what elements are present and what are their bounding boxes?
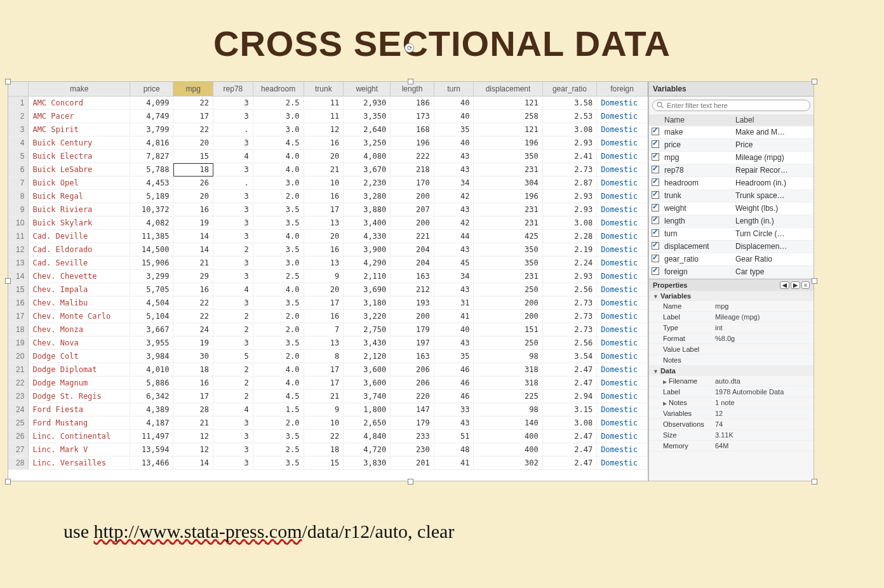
cell-displacement[interactable]: 318: [474, 377, 542, 390]
cell-foreign[interactable]: Domestic: [597, 97, 648, 110]
table-row[interactable]: 22Dodge Magnum5,8861624.0173,60020646318…: [8, 377, 648, 390]
cell-length[interactable]: 163: [391, 270, 434, 283]
cell-length[interactable]: 206: [391, 377, 434, 390]
cell-turn[interactable]: 40: [434, 110, 474, 123]
variable-row-length[interactable]: lengthLength (in.): [649, 215, 814, 228]
cell-headroom[interactable]: 2.0: [253, 350, 304, 363]
variable-row-weight[interactable]: weightWeight (lbs.): [649, 203, 814, 215]
cell-trunk[interactable]: 17: [304, 297, 344, 310]
row-number[interactable]: 20: [8, 350, 29, 363]
property-row[interactable]: Value Label: [649, 344, 814, 355]
cell-rep78[interactable]: 2: [213, 390, 253, 403]
variable-row-foreign[interactable]: foreignCar type: [649, 266, 814, 279]
variables-list[interactable]: makeMake and M…pricePricempgMileage (mpg…: [649, 126, 814, 279]
cell-make[interactable]: Cad. Seville: [29, 257, 130, 270]
cell-weight[interactable]: 3,280: [344, 190, 391, 203]
cell-displacement[interactable]: 231: [474, 163, 542, 177]
cell-foreign[interactable]: Domestic: [597, 457, 648, 470]
cell-displacement[interactable]: 200: [474, 297, 542, 310]
cell-headroom[interactable]: 3.5: [253, 337, 304, 350]
cell-make[interactable]: Linc. Versailles: [29, 457, 130, 470]
cell-length[interactable]: 200: [391, 310, 434, 323]
table-row[interactable]: 26Linc. Continental11,4971233.5224,84023…: [8, 430, 648, 443]
cell-trunk[interactable]: 21: [304, 163, 344, 177]
properties-section-variables[interactable]: ▼Variables: [649, 291, 814, 301]
cell-length[interactable]: 201: [391, 457, 434, 470]
cell-weight[interactable]: 4,290: [344, 257, 391, 270]
cell-trunk[interactable]: 13: [304, 337, 344, 350]
property-row[interactable]: ▶Notes1 note: [649, 398, 814, 408]
cell-trunk[interactable]: 16: [304, 137, 344, 150]
cell-headroom[interactable]: 4.0: [253, 363, 304, 377]
cell-foreign[interactable]: Domestic: [597, 137, 648, 150]
table-row[interactable]: 8Buick Regal5,1892032.0163,280200421962.…: [8, 190, 648, 203]
cell-trunk[interactable]: 17: [304, 377, 344, 390]
cell-gear_ratio[interactable]: 2.56: [542, 283, 596, 297]
cell-displacement[interactable]: 350: [474, 150, 542, 163]
cell-foreign[interactable]: Domestic: [597, 177, 648, 190]
cell-rep78[interactable]: 3: [213, 137, 253, 150]
cell-turn[interactable]: 46: [434, 390, 474, 403]
cell-price[interactable]: 4,389: [130, 403, 173, 417]
cell-mpg[interactable]: 18: [173, 363, 213, 377]
cell-rep78[interactable]: 3: [213, 230, 253, 243]
cell-rep78[interactable]: 2: [213, 310, 253, 323]
table-row[interactable]: 23Dodge St. Regis6,3421724.5213,74022046…: [8, 390, 648, 403]
cell-displacement[interactable]: 121: [474, 97, 542, 110]
varlist-header-label[interactable]: Label: [733, 114, 814, 126]
cell-trunk[interactable]: 21: [304, 390, 344, 403]
cell-price[interactable]: 10,372: [130, 203, 173, 217]
cell-price[interactable]: 4,816: [130, 137, 173, 150]
cell-make[interactable]: Chev. Monte Carlo: [29, 310, 130, 323]
property-row[interactable]: Size3.11K: [649, 430, 814, 441]
cell-price[interactable]: 4,453: [130, 177, 173, 190]
cell-weight[interactable]: 3,350: [344, 110, 391, 123]
row-number[interactable]: 4: [8, 137, 29, 150]
cell-displacement[interactable]: 258: [474, 110, 542, 123]
cell-rep78[interactable]: 3: [213, 163, 253, 177]
cell-price[interactable]: 3,799: [130, 123, 173, 137]
row-number[interactable]: 13: [8, 257, 29, 270]
cell-weight[interactable]: 2,750: [344, 323, 391, 337]
cell-headroom[interactable]: 3.0: [253, 177, 304, 190]
table-row[interactable]: 28Linc. Versailles13,4661433.5153,830201…: [8, 457, 648, 470]
cell-price[interactable]: 4,082: [130, 217, 173, 230]
row-number[interactable]: 28: [8, 457, 29, 470]
row-number[interactable]: 7: [8, 177, 29, 190]
cell-weight[interactable]: 3,600: [344, 377, 391, 390]
cell-weight[interactable]: 4,840: [344, 430, 391, 443]
cell-rep78[interactable]: 4: [213, 403, 253, 417]
table-row[interactable]: 20Dodge Colt3,9843052.082,12016335983.54…: [8, 350, 648, 363]
cell-rep78[interactable]: 3: [213, 110, 253, 123]
cell-trunk[interactable]: 15: [304, 457, 344, 470]
cell-foreign[interactable]: Domestic: [597, 363, 648, 377]
variable-row-gear_ratio[interactable]: gear_ratioGear Ratio: [649, 253, 814, 266]
cell-weight[interactable]: 3,830: [344, 457, 391, 470]
cell-length[interactable]: 179: [391, 417, 434, 430]
table-row[interactable]: 13Cad. Seville15,9062133.0134,2902044535…: [8, 257, 648, 270]
cell-mpg[interactable]: 14: [173, 230, 213, 243]
cell-turn[interactable]: 43: [434, 203, 474, 217]
cell-make[interactable]: Chev. Nova: [29, 337, 130, 350]
cell-weight[interactable]: 3,670: [344, 163, 391, 177]
cell-turn[interactable]: 35: [434, 350, 474, 363]
column-header-make[interactable]: make: [29, 82, 130, 97]
cell-rep78[interactable]: 3: [213, 257, 253, 270]
cell-turn[interactable]: 34: [434, 177, 474, 190]
cell-displacement[interactable]: 400: [474, 443, 542, 457]
property-row[interactable]: Notes: [649, 355, 814, 366]
cell-price[interactable]: 5,189: [130, 190, 173, 203]
cell-displacement[interactable]: 350: [474, 257, 542, 270]
cell-headroom[interactable]: 3.5: [253, 243, 304, 257]
cell-make[interactable]: Cad. Deville: [29, 230, 130, 243]
variable-row-trunk[interactable]: trunkTrunk space…: [649, 190, 814, 203]
column-header-trunk[interactable]: trunk: [304, 82, 344, 97]
cell-trunk[interactable]: 13: [304, 257, 344, 270]
cell-gear_ratio[interactable]: 2.87: [542, 177, 596, 190]
cell-rep78[interactable]: 3: [213, 443, 253, 457]
cell-rep78[interactable]: 3: [213, 190, 253, 203]
cell-price[interactable]: 5,788: [130, 163, 173, 177]
cell-foreign[interactable]: Domestic: [597, 217, 648, 230]
row-number[interactable]: 26: [8, 430, 29, 443]
variable-row-headroom[interactable]: headroomHeadroom (in.): [649, 177, 814, 190]
